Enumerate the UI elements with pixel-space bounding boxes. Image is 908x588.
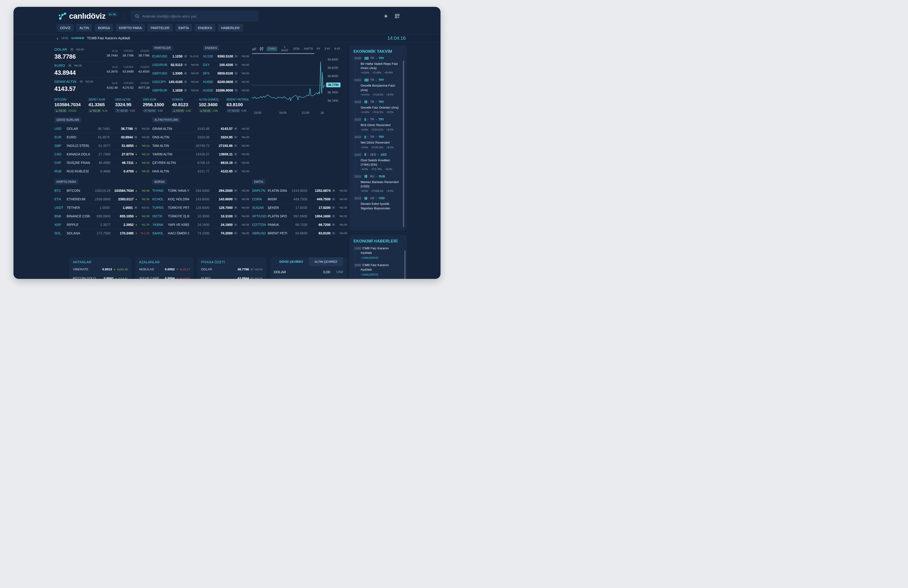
table-row[interactable]: GRPLTN PLATİN GRAM 1243.9826 1252.0874 =… [252,186,347,195]
search-input[interactable] [142,14,254,18]
table-row[interactable]: COTTON PAMUK 66.7200 66.7200 = %0.00 [252,221,347,229]
logo[interactable]: canlıdöviz 12. YIL [58,11,117,21]
table-row[interactable]: HAS ALTIN 4121.77 4122.85 = %0.00 [152,167,249,176]
table-row[interactable]: CORN MISIR 449.7500 449.7500 = %0.00 [252,195,347,203]
gainer-row[interactable]: VİBERATE 0.0013 ▲ %241.20 [73,265,128,274]
loser-row[interactable]: NEBULAS 0.0002 ▼ %-29.17 [139,265,190,274]
widgets-icon[interactable] [394,13,400,19]
parity-row[interactable]: GBP/USD 1.3305 = %0.00 [152,69,199,77]
parity-row[interactable]: USD/JPY 145.4100 = %0.00 [152,77,199,86]
ticker-item[interactable]: ONS ALTIN 3324.95 = %0.00 0.00 [115,98,135,113]
calendar-event[interactable]: 21/12 US ● USD Devam Eden İşsizlik Sigor… [354,194,403,213]
index-row[interactable]: XU100 9390.5100 = %0.00 [203,52,249,61]
nav-item[interactable]: KRİPTO PARA [116,24,145,32]
loser-row[interactable]: SOLVE.CARE 0.0004 ▼ %-19.82 [139,274,190,279]
table-row[interactable]: USD DOLAR 38.7440 38.7786 = %0.00 [55,124,150,133]
table-row[interactable]: RUB RUS RUBLESİ 0.4686 0.4709 ▲ %0.20 [55,167,150,176]
theme-toggle-icon[interactable]: ☀ [383,14,388,19]
table-row[interactable]: SOL SOLANA 172.7500 170.2485 ▼ %-1.51 [55,229,150,237]
table-row[interactable]: KCHOL KOÇ HOLDİNG A.Ş. 143.8000 143.9000… [152,195,249,203]
table-row[interactable]: CAD KANADA DOLARI 27.7384 27.8774 ▲ %0.1… [55,150,150,158]
calendar-scrollbar[interactable] [403,61,404,227]
chart-range-tab[interactable]: 3 AY [323,46,332,52]
nav-item[interactable]: PARİTELER [147,24,173,32]
table-row[interactable]: YKBNK YAPI VE KREDİ BANK... 24.1600 24.1… [152,221,249,229]
table-row[interactable]: THYAO TÜRK HAVA YOLL... 294.0000 294.250… [152,186,249,195]
table-row[interactable]: USDT TETHER 1.0000 1.0001 = %0.01 [55,203,150,212]
news-item[interactable]: 25/01 TCMB Faiz Kararını [354,277,403,279]
table-row[interactable]: ISCTR TÜRKİYE İŞ BANKASI A... 10.3000 10… [152,212,249,221]
ticker-item[interactable]: ALTIN GÜMÜŞ 102.3400 ▲ %0.65 0.66 [199,98,219,113]
calendar-event[interactable]: 21/12 AED ● AED Özel Sektör Kredileri (Y… [354,150,403,172]
nav-item[interactable]: ALTIN [76,24,92,32]
table-row[interactable]: BTC BİTCOİN 103210.29 103584.7034 ▲ %0.3… [55,186,150,195]
chart-range-tab[interactable]: 6 AY [333,46,342,52]
line-chart-icon[interactable] [252,47,256,51]
price-chart[interactable]: 38.840038.820038.800038.760038.7400 38.7… [252,55,347,110]
index-row[interactable]: XU050 8249.0600 = %0.00 [203,77,249,86]
table-row[interactable]: ONS ALTIN 3324.08 3324.95 = %0.00 [152,133,249,142]
calendar-event[interactable]: 21/12 TR ● TRY Net Döviz Rezervleri A:0%… [354,132,403,150]
table-row[interactable]: TAM ALTIN 26749.72 27193.86 = %0.00 [152,142,249,150]
table-row[interactable]: GBP İNGİLİZ STERLİNİ 51.4277 51.6855 ▲ %… [55,142,150,150]
table-row[interactable]: XBRUSD BRENT PETROL 63.6600 63.8100 = %0… [252,229,347,237]
featured-quotes: DOLAR = %0.00 38.7786 ALIŞ38.7440 YÜK [55,45,150,95]
calendar-event[interactable]: 21/12 TR ● TRY Brüt Döviz Rezervleri A:0… [354,115,403,132]
table-row[interactable]: XPT/USD PLATİN SPOT ... 997.6600 1004.16… [252,212,347,221]
chart-range-tab[interactable]: AY [315,46,322,52]
featured-quote[interactable]: GRAM ALTIN = %0.00 4143.57 ALIŞ4142.48 [55,77,150,93]
news-item[interactable]: 21/03 TCMB Faiz Kararını Açıkladı CANLID… [354,243,403,260]
parity-row[interactable]: GBP/EUR 1.1828 = %0.00 [152,86,199,95]
nav-item[interactable]: DÖVİZ [57,24,74,32]
table-row[interactable]: XRP RİPPLE 2.3577 2.3952 ▲ %1.70 [55,221,150,229]
index-row[interactable]: XU030 10286.9000 = %0.00 [203,86,249,95]
ticker-item[interactable]: BRENT PETROL 63.8100 = %0.00 0.00 [227,98,249,113]
calendar-event[interactable]: 21/12 TR ● TRY Gecelik Borçlanma Faizi (… [354,76,403,97]
parity-row[interactable]: EUR/USD 1.1250 = %-0.01 [152,52,199,61]
event-country: TR [370,100,374,104]
nav-item[interactable]: BORSA [95,24,113,32]
row-buy: 43.3975 [89,135,110,139]
ticker-item[interactable]: ONS EUR 2956.1500 = %0.00 0.00 [143,98,164,113]
calendar-event[interactable]: 21/12 TR ● TRY Gecelik Faiz Oranları (Ar… [354,97,403,115]
table-row[interactable]: TUPRS TÜRKİYE PETROL R... 128.6000 128.7… [152,203,249,212]
table-row[interactable]: SUGAR ŞEKER 17.8200 17.8200 = %0.00 [252,203,347,212]
converter-tab[interactable]: DÖVİZ ÇEVİRİCİ [274,257,309,266]
row-pct: %241.20 [117,268,128,271]
table-row[interactable]: CHF İSVİÇRE FRANGI 46.4980 46.7311 ▲ %0.… [55,158,150,167]
gainer-row[interactable]: BİTCOİN GOLD 0.8043 ▲ %14.41 [73,274,128,279]
ticker-item[interactable]: BİTCOİN 103584.7034 ▲ %0.36 373.02 [55,98,80,113]
parity-row[interactable]: USD/RUB 82.5113 = %0.00 [152,61,199,69]
summary-row[interactable]: DOLAR 38.7786 = %0.00 [201,265,262,274]
featured-quote[interactable]: DOLAR = %0.00 38.7786 ALIŞ38.7440 YÜK [55,45,150,61]
ticker-item[interactable]: GÜMÜŞ 40.8123 ▲ %0.05 0.02 [172,98,191,113]
chart-range-tab[interactable]: GÜN [292,46,301,52]
table-row[interactable]: SAHOL HACI ÖMER SABANC... 74.1000 74.200… [152,229,249,237]
news-scrollbar[interactable] [404,250,406,279]
news-ticker-bar[interactable]: › 14:01 GUNDEM TCMB Faiz Kararını Açıkla… [13,34,441,42]
summary-row[interactable]: EURO 43.8944 = %0.00 [201,274,262,279]
converter-tab[interactable]: ALTIN ÇEVİRİCİ [309,257,343,266]
table-row[interactable]: YARIM ALTIN 13416.27 13659.11 = %0.00 [152,150,249,158]
nav-item[interactable]: HABERLER [218,24,243,32]
converter-amount-input[interactable] [309,270,330,274]
table-row[interactable]: GRAM ALTIN 4142.48 4143.57 = %0.00 [152,124,249,133]
table-row[interactable]: BNB BİNANCE COİN 639.0900 655.1050 ▲ %2.… [55,212,150,221]
table-row[interactable]: EUR EURO 43.3975 43.8944 = %0.00 [55,133,150,142]
table-row[interactable]: ÇEYREK ALTIN 6708.13 6819.19 = %0.00 [152,158,249,167]
chart-range-tab[interactable]: 1 SAAT [279,45,290,53]
nav-item[interactable]: EMTİA [175,24,192,32]
index-row[interactable]: DXY 100.4200 = %0.00 [203,61,249,69]
chart-range-tab[interactable]: CANLI [267,46,278,52]
calendar-event[interactable]: 21/12 RU ● RUB Merkez Bankası Rezervleri… [354,172,403,194]
chart-range-tab[interactable]: HAFTA [303,46,314,52]
table-row[interactable]: ETH ETHEREUM 2339.0800 2393.0117 ▲ %2.26 [55,195,150,203]
nav-item[interactable]: ENDEKS [195,24,216,32]
featured-quote[interactable]: EURO = %0.00 43.8944 ALIŞ43.3975 YÜKS [55,61,150,77]
search-box[interactable] [131,11,258,21]
news-item[interactable]: 22/02 TCMB Faiz Kararını Açıkladı CANLID… [354,260,403,277]
calendar-event[interactable]: 21/03 TR ● TRY Bir Hafta Vadeli Repo Fai… [354,54,403,76]
ticker-item[interactable]: SEPET KUR 41.3365 ▲ %0.28 0.11 [89,98,107,113]
index-row[interactable]: SPX 5659.9100 = %0.00 [203,69,249,77]
candlestick-chart-icon[interactable] [260,47,263,51]
